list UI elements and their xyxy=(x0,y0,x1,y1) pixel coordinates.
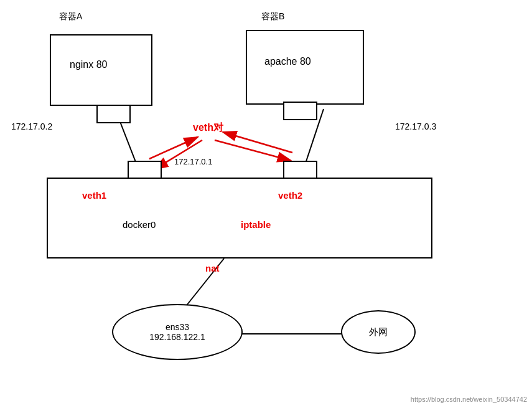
nginx-veth-connector xyxy=(96,105,131,123)
apache-label: apache 80 xyxy=(264,56,311,67)
svg-line-4 xyxy=(149,137,198,159)
nginx-box: nginx 80 xyxy=(50,34,152,106)
veth-pair-label: veth对 xyxy=(193,121,223,135)
network-diagram: 容器A 容器B nginx 80 apache 80 172.17.0.2 17… xyxy=(0,0,532,408)
docker0-label: docker0 xyxy=(123,219,156,230)
external-ellipse: 外网 xyxy=(341,310,416,354)
watermark: https://blog.csdn.net/weixin_50344742 xyxy=(411,396,527,403)
iptable-label: iptable xyxy=(241,219,271,230)
svg-line-7 xyxy=(215,140,291,161)
veth2-label: veth2 xyxy=(278,190,302,201)
docker0-box: veth1 veth2 docker0 iptable xyxy=(47,178,432,259)
veth1-label: veth1 xyxy=(82,190,106,201)
ens33-label: ens33 192.168.122.1 xyxy=(149,322,205,342)
apache-box: apache 80 xyxy=(246,30,364,105)
ip-a-label: 172.17.0.2 xyxy=(11,121,52,131)
bridge-ip-label: 172.17.0.1 xyxy=(174,157,212,166)
external-label: 外网 xyxy=(369,326,388,338)
ip-b-label: 172.17.0.3 xyxy=(395,121,436,131)
container-b-label: 容器B xyxy=(261,11,284,22)
nat-label: nat xyxy=(205,263,220,273)
svg-line-5 xyxy=(223,132,292,153)
nginx-label: nginx 80 xyxy=(70,59,108,70)
veth2-top-connector xyxy=(283,161,317,179)
ens33-ellipse: ens33 192.168.122.1 xyxy=(112,304,243,360)
veth1-top-connector xyxy=(128,161,162,179)
apache-veth-connector xyxy=(283,102,317,120)
container-a-label: 容器A xyxy=(59,11,82,22)
